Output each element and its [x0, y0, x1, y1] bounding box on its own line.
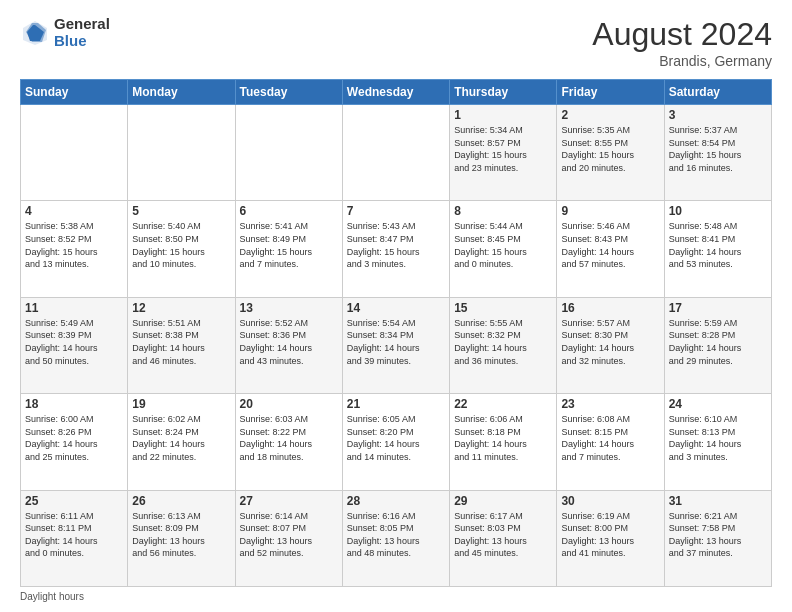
- day-cell: 3Sunrise: 5:37 AM Sunset: 8:54 PM Daylig…: [664, 105, 771, 201]
- day-cell: [128, 105, 235, 201]
- day-info: Sunrise: 6:21 AM Sunset: 7:58 PM Dayligh…: [669, 510, 767, 560]
- day-number: 29: [454, 494, 552, 508]
- day-cell: 6Sunrise: 5:41 AM Sunset: 8:49 PM Daylig…: [235, 201, 342, 297]
- logo-text: General Blue: [54, 16, 110, 49]
- day-number: 14: [347, 301, 445, 315]
- day-cell: 26Sunrise: 6:13 AM Sunset: 8:09 PM Dayli…: [128, 490, 235, 586]
- day-info: Sunrise: 5:48 AM Sunset: 8:41 PM Dayligh…: [669, 220, 767, 270]
- day-info: Sunrise: 5:51 AM Sunset: 8:38 PM Dayligh…: [132, 317, 230, 367]
- title-block: August 2024 Brandis, Germany: [592, 16, 772, 69]
- day-number: 25: [25, 494, 123, 508]
- day-number: 15: [454, 301, 552, 315]
- day-number: 11: [25, 301, 123, 315]
- day-info: Sunrise: 6:13 AM Sunset: 8:09 PM Dayligh…: [132, 510, 230, 560]
- day-cell: 2Sunrise: 5:35 AM Sunset: 8:55 PM Daylig…: [557, 105, 664, 201]
- week-row-3: 18Sunrise: 6:00 AM Sunset: 8:26 PM Dayli…: [21, 394, 772, 490]
- day-number: 24: [669, 397, 767, 411]
- day-number: 1: [454, 108, 552, 122]
- logo: General Blue: [20, 16, 110, 49]
- week-row-0: 1Sunrise: 5:34 AM Sunset: 8:57 PM Daylig…: [21, 105, 772, 201]
- logo-general-text: General: [54, 16, 110, 33]
- day-cell: 20Sunrise: 6:03 AM Sunset: 8:22 PM Dayli…: [235, 394, 342, 490]
- day-cell: 28Sunrise: 6:16 AM Sunset: 8:05 PM Dayli…: [342, 490, 449, 586]
- day-number: 4: [25, 204, 123, 218]
- day-info: Sunrise: 5:34 AM Sunset: 8:57 PM Dayligh…: [454, 124, 552, 174]
- day-cell: 22Sunrise: 6:06 AM Sunset: 8:18 PM Dayli…: [450, 394, 557, 490]
- day-info: Sunrise: 6:00 AM Sunset: 8:26 PM Dayligh…: [25, 413, 123, 463]
- day-info: Sunrise: 5:41 AM Sunset: 8:49 PM Dayligh…: [240, 220, 338, 270]
- day-number: 17: [669, 301, 767, 315]
- day-info: Sunrise: 5:40 AM Sunset: 8:50 PM Dayligh…: [132, 220, 230, 270]
- day-cell: 23Sunrise: 6:08 AM Sunset: 8:15 PM Dayli…: [557, 394, 664, 490]
- col-saturday: Saturday: [664, 80, 771, 105]
- week-row-4: 25Sunrise: 6:11 AM Sunset: 8:11 PM Dayli…: [21, 490, 772, 586]
- day-info: Sunrise: 5:35 AM Sunset: 8:55 PM Dayligh…: [561, 124, 659, 174]
- day-info: Sunrise: 5:38 AM Sunset: 8:52 PM Dayligh…: [25, 220, 123, 270]
- day-info: Sunrise: 6:05 AM Sunset: 8:20 PM Dayligh…: [347, 413, 445, 463]
- day-cell: 13Sunrise: 5:52 AM Sunset: 8:36 PM Dayli…: [235, 297, 342, 393]
- header: General Blue August 2024 Brandis, German…: [20, 16, 772, 69]
- col-thursday: Thursday: [450, 80, 557, 105]
- day-info: Sunrise: 6:02 AM Sunset: 8:24 PM Dayligh…: [132, 413, 230, 463]
- day-cell: 7Sunrise: 5:43 AM Sunset: 8:47 PM Daylig…: [342, 201, 449, 297]
- day-number: 28: [347, 494, 445, 508]
- day-cell: [342, 105, 449, 201]
- day-cell: 17Sunrise: 5:59 AM Sunset: 8:28 PM Dayli…: [664, 297, 771, 393]
- day-info: Sunrise: 6:11 AM Sunset: 8:11 PM Dayligh…: [25, 510, 123, 560]
- day-cell: 30Sunrise: 6:19 AM Sunset: 8:00 PM Dayli…: [557, 490, 664, 586]
- footer-note: Daylight hours: [20, 591, 772, 602]
- day-cell: 1Sunrise: 5:34 AM Sunset: 8:57 PM Daylig…: [450, 105, 557, 201]
- day-info: Sunrise: 6:17 AM Sunset: 8:03 PM Dayligh…: [454, 510, 552, 560]
- day-info: Sunrise: 6:08 AM Sunset: 8:15 PM Dayligh…: [561, 413, 659, 463]
- day-number: 21: [347, 397, 445, 411]
- day-number: 9: [561, 204, 659, 218]
- day-cell: [21, 105, 128, 201]
- day-number: 22: [454, 397, 552, 411]
- day-number: 3: [669, 108, 767, 122]
- day-cell: 12Sunrise: 5:51 AM Sunset: 8:38 PM Dayli…: [128, 297, 235, 393]
- day-info: Sunrise: 6:19 AM Sunset: 8:00 PM Dayligh…: [561, 510, 659, 560]
- col-tuesday: Tuesday: [235, 80, 342, 105]
- day-cell: [235, 105, 342, 201]
- page: General Blue August 2024 Brandis, German…: [0, 0, 792, 612]
- day-cell: 5Sunrise: 5:40 AM Sunset: 8:50 PM Daylig…: [128, 201, 235, 297]
- logo-blue-text: Blue: [54, 33, 110, 50]
- calendar-table: Sunday Monday Tuesday Wednesday Thursday…: [20, 79, 772, 587]
- day-cell: 15Sunrise: 5:55 AM Sunset: 8:32 PM Dayli…: [450, 297, 557, 393]
- day-number: 5: [132, 204, 230, 218]
- location: Brandis, Germany: [592, 53, 772, 69]
- day-cell: 24Sunrise: 6:10 AM Sunset: 8:13 PM Dayli…: [664, 394, 771, 490]
- day-cell: 25Sunrise: 6:11 AM Sunset: 8:11 PM Dayli…: [21, 490, 128, 586]
- day-cell: 29Sunrise: 6:17 AM Sunset: 8:03 PM Dayli…: [450, 490, 557, 586]
- day-number: 30: [561, 494, 659, 508]
- day-cell: 27Sunrise: 6:14 AM Sunset: 8:07 PM Dayli…: [235, 490, 342, 586]
- day-info: Sunrise: 6:10 AM Sunset: 8:13 PM Dayligh…: [669, 413, 767, 463]
- week-row-2: 11Sunrise: 5:49 AM Sunset: 8:39 PM Dayli…: [21, 297, 772, 393]
- header-row: Sunday Monday Tuesday Wednesday Thursday…: [21, 80, 772, 105]
- day-cell: 8Sunrise: 5:44 AM Sunset: 8:45 PM Daylig…: [450, 201, 557, 297]
- day-cell: 10Sunrise: 5:48 AM Sunset: 8:41 PM Dayli…: [664, 201, 771, 297]
- day-cell: 16Sunrise: 5:57 AM Sunset: 8:30 PM Dayli…: [557, 297, 664, 393]
- day-info: Sunrise: 5:52 AM Sunset: 8:36 PM Dayligh…: [240, 317, 338, 367]
- day-number: 6: [240, 204, 338, 218]
- day-number: 10: [669, 204, 767, 218]
- day-info: Sunrise: 5:54 AM Sunset: 8:34 PM Dayligh…: [347, 317, 445, 367]
- day-info: Sunrise: 6:16 AM Sunset: 8:05 PM Dayligh…: [347, 510, 445, 560]
- day-cell: 21Sunrise: 6:05 AM Sunset: 8:20 PM Dayli…: [342, 394, 449, 490]
- day-number: 12: [132, 301, 230, 315]
- col-friday: Friday: [557, 80, 664, 105]
- day-info: Sunrise: 5:55 AM Sunset: 8:32 PM Dayligh…: [454, 317, 552, 367]
- day-info: Sunrise: 6:14 AM Sunset: 8:07 PM Dayligh…: [240, 510, 338, 560]
- day-number: 16: [561, 301, 659, 315]
- day-info: Sunrise: 5:43 AM Sunset: 8:47 PM Dayligh…: [347, 220, 445, 270]
- day-number: 7: [347, 204, 445, 218]
- day-info: Sunrise: 5:44 AM Sunset: 8:45 PM Dayligh…: [454, 220, 552, 270]
- day-cell: 11Sunrise: 5:49 AM Sunset: 8:39 PM Dayli…: [21, 297, 128, 393]
- day-number: 27: [240, 494, 338, 508]
- day-number: 23: [561, 397, 659, 411]
- day-info: Sunrise: 6:06 AM Sunset: 8:18 PM Dayligh…: [454, 413, 552, 463]
- day-info: Sunrise: 5:46 AM Sunset: 8:43 PM Dayligh…: [561, 220, 659, 270]
- month-title: August 2024: [592, 16, 772, 53]
- day-cell: 9Sunrise: 5:46 AM Sunset: 8:43 PM Daylig…: [557, 201, 664, 297]
- day-number: 2: [561, 108, 659, 122]
